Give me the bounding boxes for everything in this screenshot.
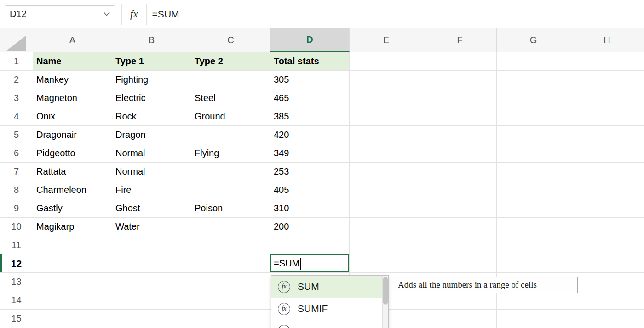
cell-B15[interactable] [112, 310, 191, 328]
cell-C11[interactable] [191, 236, 270, 254]
active-cell-D12[interactable]: =SUM [270, 254, 350, 273]
cell-H6[interactable] [570, 144, 644, 163]
cell-C10[interactable] [191, 218, 270, 236]
cell-G7[interactable] [497, 163, 570, 181]
cell-F2[interactable] [423, 71, 497, 89]
cell-H5[interactable] [570, 126, 644, 144]
cell-G14[interactable] [497, 291, 570, 310]
row-header-1[interactable]: 1 [0, 52, 33, 71]
cell-B8[interactable]: Fire [112, 181, 191, 199]
name-box[interactable]: D12 [5, 5, 115, 23]
select-all-button[interactable] [0, 28, 33, 52]
cell-C1[interactable]: Type 2 [191, 52, 270, 71]
cell-H8[interactable] [570, 181, 644, 199]
cell-G11[interactable] [497, 236, 570, 254]
cell-G1[interactable] [497, 52, 570, 71]
cell-E2[interactable] [350, 71, 423, 89]
cell-A8[interactable]: Charmeleon [33, 181, 112, 199]
cell-H2[interactable] [570, 71, 644, 89]
cell-C12[interactable] [191, 254, 270, 273]
cell-D7[interactable]: 253 [270, 163, 350, 181]
row-header-3[interactable]: 3 [0, 89, 33, 107]
column-header-E[interactable]: E [350, 28, 423, 52]
cell-G4[interactable] [497, 107, 570, 126]
column-header-B[interactable]: B [112, 28, 191, 52]
cell-A13[interactable] [33, 273, 112, 291]
cell-F4[interactable] [423, 107, 497, 126]
row-header-12[interactable]: 12 [0, 254, 33, 273]
cell-D11[interactable] [270, 236, 350, 254]
cell-D2[interactable]: 305 [270, 71, 350, 89]
cell-A11[interactable] [33, 236, 112, 254]
cell-B13[interactable] [112, 273, 191, 291]
row-header-14[interactable]: 14 [0, 291, 33, 310]
cell-B4[interactable]: Rock [112, 107, 191, 126]
autocomplete-item-sum[interactable]: fx SUM [271, 276, 382, 298]
cell-F8[interactable] [423, 181, 497, 199]
cell-A10[interactable]: Magikarp [33, 218, 112, 236]
cell-C2[interactable] [191, 71, 270, 89]
cell-A2[interactable]: Mankey [33, 71, 112, 89]
cell-H14[interactable] [570, 291, 644, 310]
cell-C6[interactable]: Flying [191, 144, 270, 163]
row-header-15[interactable]: 15 [0, 310, 33, 328]
cell-B1[interactable]: Type 1 [112, 52, 191, 71]
cell-C13[interactable] [191, 273, 270, 291]
cell-H11[interactable] [570, 236, 644, 254]
cell-H7[interactable] [570, 163, 644, 181]
cell-G10[interactable] [497, 218, 570, 236]
cell-B2[interactable]: Fighting [112, 71, 191, 89]
cell-D9[interactable]: 310 [270, 199, 350, 218]
cell-D8[interactable]: 405 [270, 181, 350, 199]
cell-B11[interactable] [112, 236, 191, 254]
cell-C9[interactable]: Poison [191, 199, 270, 218]
cell-D5[interactable]: 420 [270, 126, 350, 144]
column-header-H[interactable]: H [570, 28, 644, 52]
row-header-8[interactable]: 8 [0, 181, 33, 199]
autocomplete-item-sumifs[interactable]: fx SUMIFS [271, 320, 382, 328]
cell-G5[interactable] [497, 126, 570, 144]
cell-F11[interactable] [423, 236, 497, 254]
column-header-F[interactable]: F [423, 28, 497, 52]
cell-A3[interactable]: Magneton [33, 89, 112, 107]
cell-B12[interactable] [112, 254, 191, 273]
cell-A12[interactable] [33, 254, 112, 273]
cell-G2[interactable] [497, 71, 570, 89]
cell-E10[interactable] [350, 218, 423, 236]
cell-D1[interactable]: Total stats [270, 52, 350, 71]
cell-G6[interactable] [497, 144, 570, 163]
cell-F7[interactable] [423, 163, 497, 181]
cell-C3[interactable]: Steel [191, 89, 270, 107]
scrollbar-thumb[interactable] [383, 277, 388, 305]
cell-A15[interactable] [33, 310, 112, 328]
cell-F9[interactable] [423, 199, 497, 218]
row-header-13[interactable]: 13 [0, 273, 33, 291]
cell-D10[interactable]: 200 [270, 218, 350, 236]
insert-function-button[interactable]: fx [121, 4, 147, 25]
cell-H3[interactable] [570, 89, 644, 107]
cell-F15[interactable] [423, 310, 497, 328]
cell-A9[interactable]: Gastly [33, 199, 112, 218]
cell-C15[interactable] [191, 310, 270, 328]
cell-G3[interactable] [497, 89, 570, 107]
cell-F3[interactable] [423, 89, 497, 107]
cell-E6[interactable] [350, 144, 423, 163]
cell-H4[interactable] [570, 107, 644, 126]
cell-E8[interactable] [350, 181, 423, 199]
cell-E9[interactable] [350, 199, 423, 218]
cell-B5[interactable]: Dragon [112, 126, 191, 144]
cell-B6[interactable]: Normal [112, 144, 191, 163]
cell-H12[interactable] [570, 254, 644, 273]
cell-F14[interactable] [423, 291, 497, 310]
cell-B14[interactable] [112, 291, 191, 310]
row-header-7[interactable]: 7 [0, 163, 33, 181]
cell-D3[interactable]: 465 [270, 89, 350, 107]
cell-F1[interactable] [423, 52, 497, 71]
row-header-6[interactable]: 6 [0, 144, 33, 163]
cell-A7[interactable]: Rattata [33, 163, 112, 181]
cell-G12[interactable] [497, 254, 570, 273]
cell-G15[interactable] [497, 310, 570, 328]
cell-E11[interactable] [350, 236, 423, 254]
row-header-2[interactable]: 2 [0, 71, 33, 89]
cell-H9[interactable] [570, 199, 644, 218]
